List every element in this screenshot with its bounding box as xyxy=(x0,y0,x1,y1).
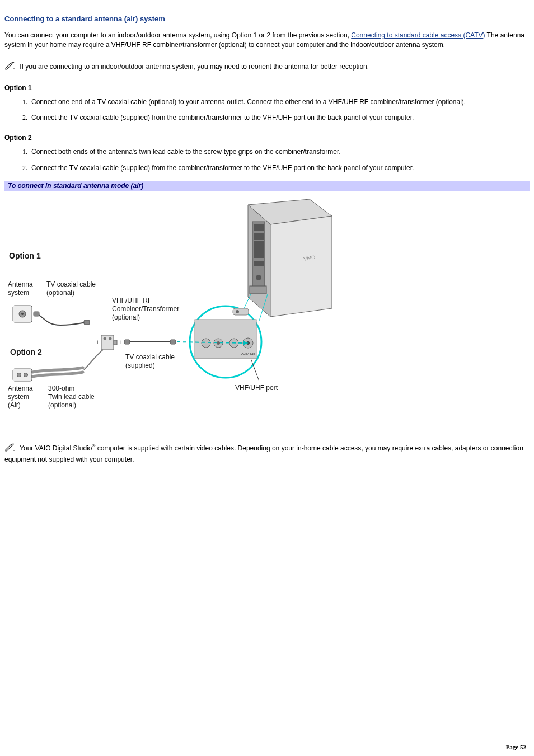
svg-rect-32 xyxy=(114,340,117,345)
svg-rect-35 xyxy=(124,340,130,344)
connection-diagram: VAIO VHF/UHF xyxy=(4,191,346,420)
catv-link[interactable]: Connecting to standard cable access (CAT… xyxy=(351,31,485,39)
list-item: Connect the TV coaxial cable (supplied) … xyxy=(29,113,530,123)
diagram-coax-supplied-label: TV coaxial cable (supplied) xyxy=(125,353,175,370)
note-reorient: If you are connecting to an indoor/outdo… xyxy=(4,61,530,73)
note-reorient-text: If you are connecting to an indoor/outdo… xyxy=(18,62,369,70)
diagram-combiner-label: VHF/UHF RF Combiner/Transformer (optiona… xyxy=(112,297,179,322)
diagram-caption: To connect in standard antenna mode (air… xyxy=(4,181,530,191)
list-item: Connect the TV coaxial cable (supplied) … xyxy=(29,163,530,173)
pencil-note-icon xyxy=(4,443,17,454)
svg-rect-36 xyxy=(170,340,176,344)
note-cables: Your VAIO Digital Studio® computer is su… xyxy=(4,443,530,464)
svg-rect-9 xyxy=(250,286,266,294)
svg-point-31 xyxy=(109,337,112,340)
svg-point-30 xyxy=(104,337,106,340)
option2-heading: Option 2 xyxy=(4,134,530,142)
svg-rect-27 xyxy=(34,312,39,316)
svg-point-41 xyxy=(24,373,28,377)
svg-text:VHF/UHF: VHF/UHF xyxy=(241,353,255,356)
svg-rect-39 xyxy=(13,369,32,381)
svg-rect-29 xyxy=(101,335,114,350)
option1-heading: Option 1 xyxy=(4,84,530,92)
svg-text:+: + xyxy=(119,339,123,345)
svg-point-40 xyxy=(17,373,21,377)
diagram-port-label: VHF/UHF port xyxy=(235,384,278,392)
svg-marker-2 xyxy=(270,216,332,317)
diagram-twinlead-label: 300-ohm Twin lead cable (optional) xyxy=(48,384,95,410)
list-item: Connect both ends of the antenna's twin … xyxy=(29,147,530,157)
list-item: Connect one end of a TV coaxial cable (o… xyxy=(29,97,530,107)
svg-rect-28 xyxy=(84,320,90,325)
diagram-antenna2-label: Antenna system (Air) xyxy=(8,384,33,410)
svg-point-15 xyxy=(202,339,210,348)
svg-text:+: + xyxy=(96,339,99,345)
diagram-option1-label: Option 1 xyxy=(9,251,41,261)
option1-steps: Connect one end of a TV coaxial cable (o… xyxy=(4,97,530,123)
diagram-option2-label: Option 2 xyxy=(10,348,42,358)
note-cables-text-a: Your VAIO Digital Studio xyxy=(18,444,92,452)
page-title: Connecting to a standard antenna (air) s… xyxy=(4,15,530,23)
intro-text-1: You can connect your computer to an indo… xyxy=(4,31,351,39)
pencil-note-icon xyxy=(4,61,17,73)
option2-steps: Connect both ends of the antenna's twin … xyxy=(4,147,530,173)
svg-point-14 xyxy=(236,310,239,313)
diagram-antenna1-label: Antenna system xyxy=(8,280,33,297)
intro-paragraph: You can connect your computer to an indo… xyxy=(4,31,530,50)
svg-rect-4 xyxy=(254,224,264,231)
svg-rect-5 xyxy=(254,233,264,240)
svg-point-8 xyxy=(256,275,261,280)
svg-rect-13 xyxy=(233,308,249,315)
svg-line-22 xyxy=(244,294,251,308)
svg-rect-7 xyxy=(254,261,264,266)
svg-rect-6 xyxy=(254,241,264,258)
diagram-coax-optional-label: TV coaxial cable (optional) xyxy=(46,280,96,297)
svg-point-26 xyxy=(21,313,24,315)
